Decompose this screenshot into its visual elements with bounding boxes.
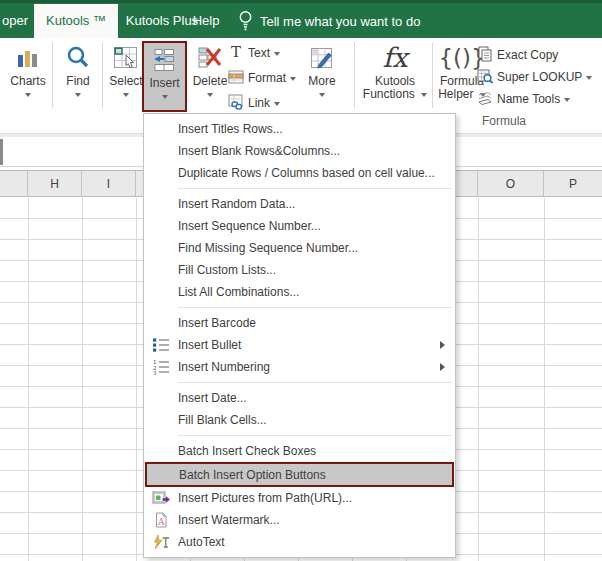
menu-item-insert-watermark[interactable]: AInsert Watermark...: [144, 509, 455, 531]
insert-button[interactable]: Insert: [142, 41, 187, 112]
super-lookup-icon: [477, 68, 493, 87]
menu-item-autotext[interactable]: AutoText: [144, 531, 455, 553]
column-header-h[interactable]: H: [28, 171, 82, 197]
chevron-down-icon: [75, 93, 81, 97]
chevron-down-icon: [290, 77, 296, 81]
ribbon-tab-bar: oper Kutools ™ Kutools Plus Help Tell me…: [0, 0, 602, 38]
chevron-down-icon: [207, 93, 213, 97]
formula-bar-edge: [0, 139, 3, 165]
column-header-partial[interactable]: [0, 171, 28, 197]
bullet-list-icon: [152, 337, 178, 353]
watermark-icon: A: [152, 512, 178, 528]
svg-text:A: A: [157, 517, 165, 527]
menu-item-insert-blank-rows-columns[interactable]: Insert Blank Rows&Columns...: [144, 140, 455, 162]
insert-icon: [152, 45, 178, 75]
menu-item-list-all-combinations[interactable]: List All Combinations...: [144, 281, 455, 303]
link-icon: [228, 94, 244, 113]
tell-me-label: Tell me what you want to do: [260, 14, 420, 29]
text-icon: T: [228, 44, 244, 63]
format-icon: [228, 69, 244, 88]
link-button[interactable]: Link: [228, 94, 280, 112]
chevron-down-icon: [421, 93, 427, 97]
menu-item-insert-pictures-from-path-url[interactable]: Insert Pictures from Path(URL)...: [144, 487, 455, 509]
ribbon-group-divider: [354, 42, 355, 108]
delete-icon: [197, 43, 223, 73]
menu-item-insert-sequence-number[interactable]: Insert Sequence Number...: [144, 215, 455, 237]
menu-item-insert-titles-rows[interactable]: Insert Titles Rows...: [144, 118, 455, 140]
chevron-down-icon: [25, 93, 31, 97]
name-tools-button[interactable]: Name Tools: [477, 90, 570, 108]
chevron-down-icon: [586, 76, 592, 80]
exact-copy-button[interactable]: Exact Copy: [477, 46, 558, 64]
format-button[interactable]: Format: [228, 69, 296, 87]
charts-icon: [15, 43, 41, 73]
find-icon: [65, 43, 91, 73]
tab-developer-partial[interactable]: oper: [0, 4, 34, 38]
column-header-partial[interactable]: [455, 171, 478, 197]
super-lookup-button[interactable]: Super LOOKUP: [477, 68, 592, 86]
svg-text:fx: fx: [382, 43, 410, 73]
ribbon-group-divider: [102, 42, 103, 108]
formula-group-label: Formula: [458, 112, 550, 133]
menu-item-duplicate-rows-columns-based-on-cell-value[interactable]: Duplicate Rows / Columns based on cell v…: [144, 162, 455, 184]
autotext-icon: [152, 534, 178, 550]
menu-item-insert-bullet[interactable]: Insert Bullet: [144, 334, 455, 356]
menu-item-batch-insert-check-boxes[interactable]: Batch Insert Check Boxes: [144, 440, 455, 462]
menu-item-insert-barcode[interactable]: Insert Barcode: [144, 312, 455, 334]
tab-kutools[interactable]: Kutools ™: [34, 4, 118, 38]
chevron-down-icon: [274, 52, 280, 56]
menu-item-fill-custom-lists[interactable]: Fill Custom Lists...: [144, 259, 455, 281]
menu-item-insert-numbering[interactable]: 123Insert Numbering: [144, 356, 455, 378]
more-button[interactable]: More: [300, 41, 344, 112]
submenu-arrow-icon: [440, 363, 445, 371]
more-icon: [309, 43, 335, 73]
picture-icon: [152, 490, 178, 506]
fx-icon: fx: [375, 43, 415, 73]
menu-separator: [178, 188, 452, 189]
menu-separator: [178, 382, 452, 383]
chevron-down-icon: [274, 102, 280, 106]
tell-me-search[interactable]: Tell me what you want to do: [234, 4, 420, 38]
menu-item-batch-insert-option-buttons[interactable]: Batch Insert Option Buttons: [145, 462, 454, 487]
menu-item-find-missing-sequence-number[interactable]: Find Missing Sequence Number...: [144, 237, 455, 259]
chevron-down-icon: [564, 98, 570, 102]
chevron-down-icon: [319, 93, 325, 97]
ribbon-group-divider: [52, 42, 53, 108]
column-header-p[interactable]: P: [544, 171, 602, 197]
text-button[interactable]: TText: [228, 44, 280, 62]
kutools-functions-button[interactable]: fxKutoolsFunctions: [357, 41, 433, 112]
tab-help[interactable]: Help: [186, 4, 226, 38]
menu-separator: [178, 435, 452, 436]
svg-text:3: 3: [153, 370, 157, 375]
chevron-down-icon: [123, 93, 129, 97]
menu-item-insert-random-data[interactable]: Insert Random Data...: [144, 193, 455, 215]
exact-copy-icon: [477, 46, 493, 65]
delete-button[interactable]: Delete: [188, 41, 232, 112]
numbered-list-icon: 123: [152, 359, 178, 375]
name-tools-icon: [477, 90, 493, 109]
lightbulb-icon: [238, 9, 253, 34]
kutools-insert-menu: Insert Titles Rows...Insert Blank Rows&C…: [143, 113, 456, 558]
menu-item-fill-blank-cells[interactable]: Fill Blank Cells...: [144, 409, 455, 431]
titlebar-edge: [0, 0, 602, 3]
svg-text:T: T: [231, 44, 241, 60]
column-header-o[interactable]: O: [478, 171, 544, 197]
find-button[interactable]: Find: [56, 41, 100, 112]
chevron-down-icon: [162, 95, 168, 99]
submenu-arrow-icon: [440, 341, 445, 349]
column-header-i[interactable]: I: [82, 171, 136, 197]
menu-item-insert-date[interactable]: Insert Date...: [144, 387, 455, 409]
charts-button[interactable]: Charts: [6, 41, 50, 112]
excel-window: oper Kutools ™ Kutools Plus Help Tell me…: [0, 0, 602, 561]
select-icon: [113, 43, 139, 73]
menu-separator: [178, 307, 452, 308]
